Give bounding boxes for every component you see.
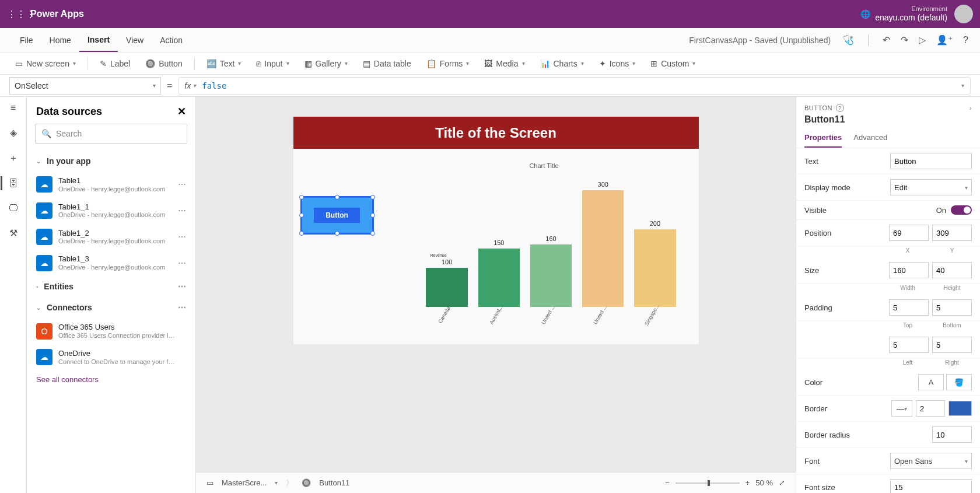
tab-properties[interactable]: Properties bbox=[804, 133, 842, 148]
in-your-app-section[interactable]: ⌄In your app bbox=[27, 151, 195, 172]
redo-icon[interactable]: ↷ bbox=[901, 34, 908, 46]
play-icon[interactable]: ▷ bbox=[919, 34, 926, 46]
table-item[interactable]: ☁ Table1_3OneDrive - henry.legge@outlook… bbox=[27, 250, 195, 276]
connector-item[interactable]: O Office 365 UsersOffice 365 Users Conne… bbox=[27, 318, 195, 344]
custom-dropdown[interactable]: ⊞ Custom ▾ bbox=[645, 57, 701, 71]
app-title: Power Apps bbox=[30, 9, 84, 19]
pad-bottom-input[interactable] bbox=[932, 299, 972, 316]
border-width-input[interactable] bbox=[916, 400, 945, 417]
control-name[interactable]: Button11 bbox=[804, 114, 972, 125]
tab-advanced[interactable]: Advanced bbox=[853, 133, 887, 148]
add-icon[interactable]: ＋ bbox=[9, 152, 18, 165]
formula-input[interactable]: false bbox=[202, 81, 956, 90]
height-input[interactable] bbox=[932, 262, 972, 278]
menu-insert[interactable]: Insert bbox=[79, 28, 118, 52]
canvas-area[interactable]: Title of the Screen Button Chart Title R… bbox=[196, 97, 796, 493]
menu-file[interactable]: File bbox=[12, 28, 41, 52]
see-all-connectors-link[interactable]: See all connectors bbox=[27, 370, 195, 389]
connector-item[interactable]: ☁ OneDriveConnect to OneDrive to manage … bbox=[27, 344, 195, 370]
close-icon[interactable]: ✕ bbox=[177, 105, 186, 118]
pos-y-input[interactable] bbox=[932, 225, 972, 241]
layers-icon[interactable]: ◈ bbox=[10, 127, 17, 138]
more-icon[interactable]: ⋯ bbox=[178, 282, 186, 291]
more-icon[interactable]: ⋯ bbox=[178, 232, 186, 242]
chart-bar: 150 bbox=[473, 239, 525, 307]
control-crumb[interactable]: Button11 bbox=[319, 478, 349, 487]
more-icon[interactable]: ⋯ bbox=[178, 303, 186, 312]
tree-view-icon[interactable]: ≡ bbox=[10, 103, 16, 113]
border-color-swatch[interactable] bbox=[949, 401, 972, 416]
label-button[interactable]: ✎ Label bbox=[94, 57, 136, 71]
border-radius-input[interactable] bbox=[932, 426, 972, 443]
ds-search-input[interactable]: 🔍 Search bbox=[35, 124, 187, 144]
fit-screen-icon[interactable]: ⤢ bbox=[779, 478, 785, 487]
button-button[interactable]: 🔘 Button bbox=[139, 57, 188, 71]
entities-section[interactable]: ›Entities⋯ bbox=[27, 276, 195, 297]
menu-view[interactable]: View bbox=[118, 28, 152, 52]
chart-bar: 300 bbox=[577, 181, 629, 307]
menu-home[interactable]: Home bbox=[41, 28, 79, 52]
font-size-input[interactable] bbox=[890, 479, 972, 493]
table-item[interactable]: ☁ Table1OneDrive - henry.legge@outlook.c… bbox=[27, 172, 195, 198]
canvas-screen[interactable]: Title of the Screen Button Chart Title R… bbox=[293, 117, 699, 344]
left-rail: ≡ ◈ ＋ 🗄 🖵 ⚒ bbox=[0, 97, 27, 493]
more-icon[interactable]: ⋯ bbox=[178, 180, 186, 189]
onedrive-icon: ☁ bbox=[36, 229, 52, 245]
screen-crumb[interactable]: MasterScre... bbox=[222, 478, 267, 487]
fill-color-button[interactable]: 🪣 bbox=[946, 374, 972, 390]
visible-toggle[interactable] bbox=[951, 205, 972, 215]
control-type: BUTTON bbox=[804, 104, 832, 111]
fx-icon[interactable]: fx▾ bbox=[184, 81, 196, 90]
formula-expand-icon[interactable]: ▾ bbox=[961, 82, 964, 89]
pad-top-input[interactable] bbox=[889, 299, 929, 316]
icons-dropdown[interactable]: ✦ Icons ▾ bbox=[593, 57, 641, 71]
panel-collapse-icon[interactable]: › bbox=[970, 104, 972, 111]
pos-x-input[interactable] bbox=[889, 225, 929, 241]
text-input[interactable] bbox=[890, 153, 972, 169]
zoom-in-icon[interactable]: + bbox=[746, 478, 750, 487]
chart-control[interactable]: Chart Title Revenue 100150160300200 Cana… bbox=[407, 162, 681, 337]
input-dropdown[interactable]: ⎚ Input ▾ bbox=[250, 57, 295, 71]
zoom-control[interactable]: − + 50 % ⤢ bbox=[665, 478, 785, 487]
menu-action[interactable]: Action bbox=[152, 28, 191, 52]
width-input[interactable] bbox=[889, 262, 929, 278]
zoom-out-icon[interactable]: − bbox=[665, 478, 670, 487]
environment-picker[interactable]: 🌐 Environment enayu.com (default) bbox=[860, 5, 947, 23]
screen-dropdown-icon[interactable]: ▾ bbox=[275, 480, 278, 486]
property-select[interactable]: OnSelect▾ bbox=[9, 77, 161, 95]
selected-button-control[interactable]: Button bbox=[300, 196, 374, 235]
waffle-icon[interactable]: ⋮⋮⋮ bbox=[7, 9, 26, 20]
share-icon[interactable]: 👤⁺ bbox=[936, 34, 953, 46]
new-screen-button[interactable]: ▭ New screen ▾ bbox=[9, 57, 82, 71]
help-icon[interactable]: ? bbox=[963, 35, 968, 46]
forms-dropdown[interactable]: 📋 Forms ▾ bbox=[421, 57, 475, 71]
undo-icon[interactable]: ↶ bbox=[883, 34, 890, 46]
user-avatar[interactable] bbox=[954, 5, 973, 23]
charts-dropdown[interactable]: 📊 Charts ▾ bbox=[534, 57, 590, 71]
media-dropdown[interactable]: 🖼 Media ▾ bbox=[478, 57, 530, 71]
table-item[interactable]: ☁ Table1_1OneDrive - henry.legge@outlook… bbox=[27, 198, 195, 224]
table-item[interactable]: ☁ Table1_2OneDrive - henry.legge@outlook… bbox=[27, 224, 195, 250]
display-mode-select[interactable]: Edit▾ bbox=[890, 179, 972, 195]
pad-right-input[interactable] bbox=[932, 337, 972, 353]
chart-bar: 100 bbox=[421, 258, 473, 307]
pad-left-input[interactable] bbox=[889, 337, 929, 353]
more-icon[interactable]: ⋯ bbox=[178, 258, 186, 268]
font-color-button[interactable]: A bbox=[918, 374, 944, 390]
font-select[interactable]: Open Sans▾ bbox=[890, 453, 972, 469]
more-icon[interactable]: ⋯ bbox=[178, 206, 186, 215]
gallery-dropdown[interactable]: ▦ Gallery ▾ bbox=[299, 57, 354, 71]
connectors-section[interactable]: ⌄Connectors⋯ bbox=[27, 297, 195, 318]
data-icon[interactable]: 🗄 bbox=[9, 179, 18, 189]
document-title: FirstCanvasApp - Saved (Unpublished) bbox=[689, 36, 831, 45]
onedrive-icon: ☁ bbox=[36, 202, 52, 219]
data-table-button[interactable]: ▤ Data table bbox=[357, 57, 417, 71]
app-checker-icon[interactable]: 🩺 bbox=[842, 34, 854, 46]
office365-icon: O bbox=[36, 323, 52, 340]
border-style-select[interactable]: — ▾ bbox=[891, 400, 912, 417]
help-circle-icon[interactable]: ? bbox=[836, 104, 844, 112]
tools-icon[interactable]: ⚒ bbox=[9, 228, 18, 239]
formula-bar: OnSelect▾ = fx▾ false ▾ bbox=[0, 75, 980, 97]
media-rail-icon[interactable]: 🖵 bbox=[9, 203, 18, 214]
text-dropdown[interactable]: 🔤 Text ▾ bbox=[201, 57, 247, 71]
